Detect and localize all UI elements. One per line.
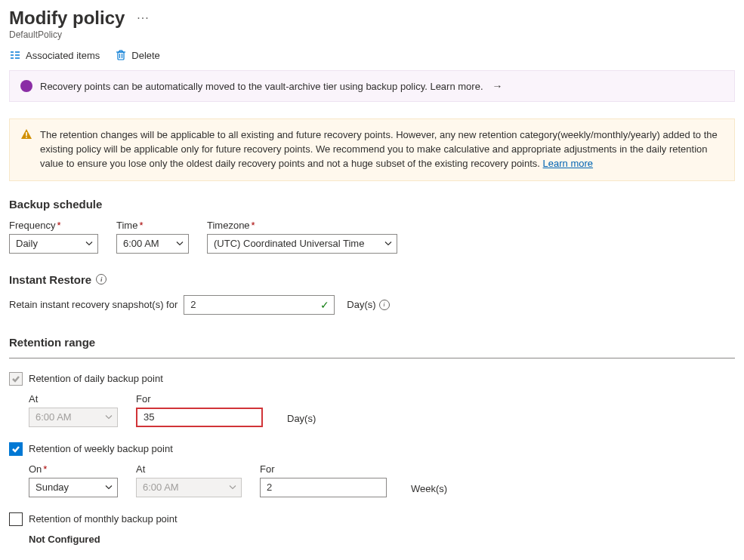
weekly-for-input[interactable] [260,478,387,497]
policy-subtitle: DefaultPolicy [9,29,735,40]
monthly-not-configured: Not Configured [9,534,735,545]
weekly-on-select[interactable]: Sunday [29,478,118,497]
delete-button[interactable]: Delete [115,49,160,61]
chevron-down-icon [85,238,93,249]
weekly-at-select: 6:00 AM [136,478,242,497]
retention-warning-body: The retention changes will be applicable… [40,129,718,169]
frequency-label: Frequency* [9,220,98,231]
chevron-down-icon [384,238,392,249]
weekly-unit: Week(s) [411,483,447,494]
retention-range-title: Retention range [9,336,735,349]
trash-icon [115,49,127,61]
chevron-down-icon [176,238,184,249]
chevron-down-icon [229,482,236,493]
daily-at-select: 6:00 AM [29,408,118,427]
frequency-select[interactable]: Daily [9,234,98,254]
archive-info-text: Recovery points can be automatically mov… [40,81,483,92]
daily-retention-checkbox [9,372,23,386]
learn-more-link[interactable]: Learn more [543,158,593,169]
daily-retention-label: Retention of daily backup point [29,373,163,384]
instant-restore-lead: Retain instant recovery snapshot(s) for [9,299,178,310]
timezone-value: (UTC) Coordinated Universal Time [214,238,364,249]
frequency-value: Daily [16,238,38,249]
chevron-down-icon [105,482,113,493]
weekly-for-label: For [260,463,387,475]
info-icon[interactable]: i [96,274,107,285]
arrow-right-icon[interactable]: → [492,80,503,92]
archive-info-banner: Recovery points can be automatically mov… [9,70,735,102]
backup-schedule-title: Backup schedule [9,198,735,211]
svg-rect-14 [26,137,27,138]
instant-restore-days-input[interactable]: ✓ [184,295,335,315]
daily-unit: Day(s) [287,413,316,424]
svg-rect-13 [26,132,27,136]
weekly-retention-checkbox[interactable] [9,442,23,456]
time-select[interactable]: 6:00 AM [116,234,189,254]
compass-icon [20,80,32,92]
timezone-label: Timezone* [207,220,397,231]
warning-icon [20,128,32,140]
monthly-retention-label: Retention of monthly backup point [29,513,178,525]
check-icon: ✓ [320,299,329,311]
time-label: Time* [116,220,189,231]
svg-rect-6 [118,52,124,60]
divider [9,358,735,358]
daily-for-label: For [136,393,263,405]
retention-warning-banner: The retention changes will be applicable… [9,118,735,181]
weekly-retention-label: Retention of weekly backup point [29,443,173,454]
timezone-select[interactable]: (UTC) Coordinated Universal Time [207,234,397,254]
weekly-at-value: 6:00 AM [143,482,179,493]
delete-label: Delete [131,50,160,61]
instant-restore-unit: Day(s) i [347,299,389,310]
associated-items-button[interactable]: Associated items [9,49,100,61]
daily-at-label: At [29,393,118,405]
daily-for-input[interactable] [136,408,263,427]
command-bar: Associated items Delete [9,49,735,61]
monthly-retention-checkbox[interactable] [9,512,23,526]
associated-items-label: Associated items [26,50,100,61]
instant-restore-title: Instant Restore i [9,273,735,286]
chevron-down-icon [105,411,113,423]
page-title: Modify policy [9,8,125,29]
daily-at-value: 6:00 AM [36,411,72,423]
time-value: 6:00 AM [123,238,159,249]
info-icon[interactable]: i [379,300,390,310]
weekly-at-label: At [136,463,242,475]
list-icon [9,49,21,61]
retention-warning-text: The retention changes will be applicable… [40,128,724,171]
weekly-on-value: Sunday [36,482,69,493]
weekly-on-label: On* [29,463,118,475]
more-actions-icon[interactable]: ··· [137,11,149,25]
